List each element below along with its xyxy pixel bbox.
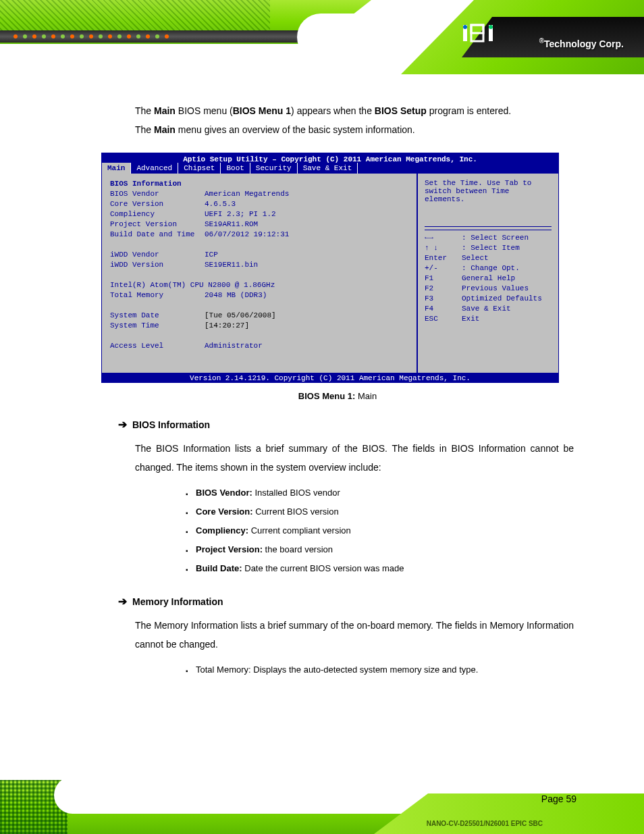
bios-tab-security: Security xyxy=(250,163,298,174)
bios-body: BIOS Information BIOS VendorAmerican Meg… xyxy=(102,174,558,373)
bios-left-panel: BIOS Information BIOS VendorAmerican Meg… xyxy=(102,174,417,373)
list-item: Core Version4.6.5.3 xyxy=(110,199,408,209)
bios-tab-main: Main xyxy=(102,163,131,174)
svg-point-1 xyxy=(463,25,467,29)
bios-tab-save-exit: Save & Exit xyxy=(298,163,358,174)
brand-text: ®Technology Corp. xyxy=(539,37,624,49)
bios-tab-boot: Boot xyxy=(221,163,250,174)
list-item: Core Version: Current BIOS version xyxy=(186,502,574,521)
bios-tab-chipset: Chipset xyxy=(178,163,221,174)
list-item: Compliency: Current compliant version xyxy=(186,521,574,540)
page-number: Page 59 xyxy=(541,793,576,804)
list-item: Project Version: the board version xyxy=(186,540,574,559)
page-footer-decoration: Page 59 NANO-CV-D25501/N26001 EPIC SBC xyxy=(0,756,644,834)
bios-title-bar: Aptio Setup Utility – Copyright (C) 2011… xyxy=(102,153,558,163)
list-item: Access LevelAdministrator xyxy=(110,341,408,351)
svg-point-5 xyxy=(489,25,493,29)
paragraph: The BIOS Information lists a brief summa… xyxy=(135,439,574,477)
list-item: EnterSelect xyxy=(425,253,552,263)
list-item: ←→: Select Screen xyxy=(425,233,552,243)
footer-model-label: NANO-CV-D25501/N26001 EPIC SBC xyxy=(427,820,543,827)
bios-footer: Version 2.14.1219. Copyright (C) 2011 Am… xyxy=(102,373,558,382)
list-item: Total Memory2048 MB (DDR3) xyxy=(110,290,408,301)
list-item: ↑ ↓: Select Item xyxy=(425,243,552,253)
section-heading: ➔Memory Information xyxy=(118,595,574,608)
list-item: BIOS Information xyxy=(110,179,408,189)
section-memory-information: ➔Memory Information The Memory Informati… xyxy=(118,595,574,679)
figure-caption: BIOS Menu 1: Main xyxy=(101,391,574,401)
svg-rect-3 xyxy=(471,25,483,33)
bullet-list: BIOS Vendor: Installed BIOS vendor Core … xyxy=(186,484,574,578)
bios-screenshot: Aptio Setup Utility – Copyright (C) 2011… xyxy=(101,153,559,383)
list-item: iWDD VersionSE19ER11.bin xyxy=(110,260,408,270)
bios-right-panel: Set the Time. Use Tab to switch between … xyxy=(417,174,558,373)
bios-tab-row: Main Advanced Chipset Boot Security Save… xyxy=(102,163,558,174)
list-item: System Time[14:20:27] xyxy=(110,321,408,331)
list-item: BIOS VendorAmerican Megatrends xyxy=(110,189,408,199)
list-item: +/-: Change Opt. xyxy=(425,263,552,273)
bullet-list: Total Memory: Displays the auto-detected… xyxy=(186,660,574,679)
list-item: BIOS Vendor: Installed BIOS vendor xyxy=(186,484,574,502)
list-item: Build Date: Date the current BIOS versio… xyxy=(186,559,574,578)
page-content: The Main BIOS menu (BIOS Menu 1) appears… xyxy=(101,101,574,679)
list-item: Build Date and Time06/07/2012 19:12:31 xyxy=(110,230,408,240)
list-item: F2Previous Values xyxy=(425,284,552,294)
right-arrow-icon: ➔ xyxy=(118,596,127,607)
list-item: System Date[Tue 05/06/2008] xyxy=(110,311,408,321)
list-item: iWDD VendorICP xyxy=(110,250,408,260)
list-item: F1General Help xyxy=(425,273,552,284)
help-text: switch between Time xyxy=(425,187,552,195)
list-item: CompliencyUEFI 2.3; PI 1.2 xyxy=(110,209,408,219)
list-item: Total Memory: Displays the auto-detected… xyxy=(186,660,574,679)
paragraph: The Memory Information lists a brief sum… xyxy=(135,616,574,654)
page-header-decoration: ®Technology Corp. xyxy=(0,0,644,95)
section-heading: ➔BIOS Information xyxy=(118,418,574,431)
list-item: Intel(R) Atom(TM) CPU N2800 @ 1.86GHz xyxy=(110,280,408,290)
header-dots xyxy=(14,32,311,41)
help-text: elements. xyxy=(425,195,552,203)
list-item: Project VersionSE19AR11.ROM xyxy=(110,219,408,230)
list-item: ESCExit xyxy=(425,314,552,324)
list-item: F3Optimized Defaults xyxy=(425,294,552,304)
help-text: Set the Time. Use Tab to xyxy=(425,179,552,187)
right-arrow-icon: ➔ xyxy=(118,419,127,430)
intro-paragraph: The Main BIOS menu (BIOS Menu 1) appears… xyxy=(135,101,574,139)
brand-logo xyxy=(462,24,502,46)
list-item: F4Save & Exit xyxy=(425,304,552,314)
section-bios-information: ➔BIOS Information The BIOS Information l… xyxy=(118,418,574,578)
bios-tab-advanced: Advanced xyxy=(131,163,178,174)
